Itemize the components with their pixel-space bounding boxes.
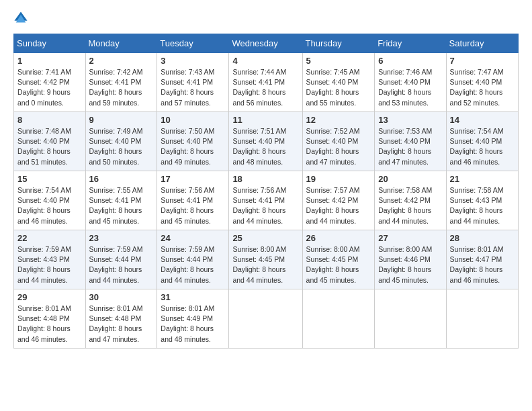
day-cell: 26 Sunrise: 8:00 AMSunset: 4:45 PMDaylig… [302, 230, 375, 289]
day-number: 5 [306, 56, 371, 66]
day-cell: 17 Sunrise: 7:56 AMSunset: 4:41 PMDaylig… [157, 171, 229, 230]
day-cell: 31 Sunrise: 8:01 AMSunset: 4:49 PMDaylig… [157, 289, 229, 349]
cell-content: Sunrise: 7:48 AMSunset: 4:40 PMDaylight:… [17, 127, 71, 166]
cell-content: Sunrise: 7:56 AMSunset: 4:41 PMDaylight:… [232, 186, 286, 225]
day-cell: 11 Sunrise: 7:51 AMSunset: 4:40 PMDaylig… [229, 112, 302, 171]
cell-content: Sunrise: 7:57 AMSunset: 4:42 PMDaylight:… [306, 186, 360, 225]
day-cell: 6 Sunrise: 7:46 AMSunset: 4:40 PMDayligh… [375, 53, 446, 112]
day-cell: 2 Sunrise: 7:42 AMSunset: 4:41 PMDayligh… [85, 53, 157, 112]
day-number: 3 [161, 56, 225, 66]
day-number: 13 [378, 115, 442, 125]
day-number: 25 [232, 233, 298, 243]
day-cell: 18 Sunrise: 7:56 AMSunset: 4:41 PMDaylig… [229, 171, 302, 230]
day-number: 7 [450, 56, 515, 66]
day-number: 14 [450, 115, 515, 125]
day-cell: 10 Sunrise: 7:50 AMSunset: 4:40 PMDaylig… [157, 112, 229, 171]
cell-content: Sunrise: 7:43 AMSunset: 4:41 PMDaylight:… [161, 68, 214, 107]
day-number: 23 [89, 233, 154, 243]
day-number: 24 [161, 233, 225, 243]
day-number: 22 [17, 233, 82, 243]
logo [13, 11, 31, 26]
weekday-header-saturday: Saturday [446, 34, 518, 53]
day-number: 17 [161, 174, 225, 184]
day-number: 27 [378, 233, 442, 243]
weekday-header-tuesday: Tuesday [157, 34, 229, 53]
day-number: 10 [161, 115, 225, 125]
day-cell [446, 289, 518, 349]
day-number: 15 [17, 174, 82, 184]
cell-content: Sunrise: 8:01 AMSunset: 4:49 PMDaylight:… [161, 304, 214, 343]
cell-content: Sunrise: 7:54 AMSunset: 4:40 PMDaylight:… [450, 127, 504, 166]
day-cell: 24 Sunrise: 7:59 AMSunset: 4:44 PMDaylig… [157, 230, 229, 289]
cell-content: Sunrise: 7:41 AMSunset: 4:42 PMDaylight:… [17, 68, 71, 107]
week-row-3: 15 Sunrise: 7:54 AMSunset: 4:40 PMDaylig… [14, 171, 519, 230]
day-cell: 21 Sunrise: 7:58 AMSunset: 4:43 PMDaylig… [446, 171, 518, 230]
day-cell: 25 Sunrise: 8:00 AMSunset: 4:45 PMDaylig… [229, 230, 302, 289]
week-row-1: 1 Sunrise: 7:41 AMSunset: 4:42 PMDayligh… [14, 53, 519, 112]
day-cell: 3 Sunrise: 7:43 AMSunset: 4:41 PMDayligh… [157, 53, 229, 112]
day-cell: 15 Sunrise: 7:54 AMSunset: 4:40 PMDaylig… [14, 171, 86, 230]
day-number: 21 [450, 174, 515, 184]
day-number: 16 [89, 174, 154, 184]
day-number: 29 [17, 292, 82, 302]
week-row-4: 22 Sunrise: 7:59 AMSunset: 4:43 PMDaylig… [14, 230, 519, 289]
day-cell: 8 Sunrise: 7:48 AMSunset: 4:40 PMDayligh… [14, 112, 86, 171]
day-number: 26 [306, 233, 371, 243]
day-cell: 19 Sunrise: 7:57 AMSunset: 4:42 PMDaylig… [302, 171, 375, 230]
day-cell: 5 Sunrise: 7:45 AMSunset: 4:40 PMDayligh… [302, 53, 375, 112]
day-number: 9 [89, 115, 154, 125]
cell-content: Sunrise: 8:00 AMSunset: 4:46 PMDaylight:… [378, 245, 432, 284]
cell-content: Sunrise: 7:59 AMSunset: 4:44 PMDaylight:… [89, 245, 143, 284]
calendar-table: SundayMondayTuesdayWednesdayThursdayFrid… [13, 34, 519, 349]
day-number: 12 [306, 115, 371, 125]
day-cell: 29 Sunrise: 8:01 AMSunset: 4:48 PMDaylig… [14, 289, 86, 349]
day-number: 20 [378, 174, 442, 184]
day-cell [229, 289, 302, 349]
cell-content: Sunrise: 8:01 AMSunset: 4:48 PMDaylight:… [17, 304, 71, 343]
day-cell: 4 Sunrise: 7:44 AMSunset: 4:41 PMDayligh… [229, 53, 302, 112]
day-cell: 30 Sunrise: 8:01 AMSunset: 4:48 PMDaylig… [85, 289, 157, 349]
cell-content: Sunrise: 8:00 AMSunset: 4:45 PMDaylight:… [232, 245, 286, 284]
logo-icon [13, 11, 28, 26]
cell-content: Sunrise: 7:47 AMSunset: 4:40 PMDaylight:… [450, 68, 504, 107]
cell-content: Sunrise: 7:58 AMSunset: 4:42 PMDaylight:… [378, 186, 432, 225]
weekday-header-thursday: Thursday [302, 34, 375, 53]
cell-content: Sunrise: 7:44 AMSunset: 4:41 PMDaylight:… [232, 68, 286, 107]
cell-content: Sunrise: 7:59 AMSunset: 4:44 PMDaylight:… [161, 245, 214, 284]
day-number: 31 [161, 292, 225, 302]
cell-content: Sunrise: 8:01 AMSunset: 4:48 PMDaylight:… [89, 304, 143, 343]
weekday-header-wednesday: Wednesday [229, 34, 302, 53]
cell-content: Sunrise: 7:42 AMSunset: 4:41 PMDaylight:… [89, 68, 143, 107]
cell-content: Sunrise: 7:53 AMSunset: 4:40 PMDaylight:… [378, 127, 432, 166]
weekday-header-row: SundayMondayTuesdayWednesdayThursdayFrid… [14, 34, 519, 53]
cell-content: Sunrise: 7:49 AMSunset: 4:40 PMDaylight:… [89, 127, 143, 166]
cell-content: Sunrise: 7:56 AMSunset: 4:41 PMDaylight:… [161, 186, 214, 225]
day-cell: 16 Sunrise: 7:55 AMSunset: 4:41 PMDaylig… [85, 171, 157, 230]
day-number: 6 [378, 56, 442, 66]
day-cell: 13 Sunrise: 7:53 AMSunset: 4:40 PMDaylig… [375, 112, 446, 171]
cell-content: Sunrise: 7:50 AMSunset: 4:40 PMDaylight:… [161, 127, 214, 166]
day-cell: 20 Sunrise: 7:58 AMSunset: 4:42 PMDaylig… [375, 171, 446, 230]
day-number: 30 [89, 292, 154, 302]
day-number: 1 [17, 56, 82, 66]
day-number: 18 [232, 174, 298, 184]
week-row-2: 8 Sunrise: 7:48 AMSunset: 4:40 PMDayligh… [14, 112, 519, 171]
cell-content: Sunrise: 7:58 AMSunset: 4:43 PMDaylight:… [450, 186, 504, 225]
day-cell: 7 Sunrise: 7:47 AMSunset: 4:40 PMDayligh… [446, 53, 518, 112]
cell-content: Sunrise: 7:52 AMSunset: 4:40 PMDaylight:… [306, 127, 360, 166]
day-number: 8 [17, 115, 82, 125]
day-cell [375, 289, 446, 349]
day-cell [302, 289, 375, 349]
day-number: 19 [306, 174, 371, 184]
day-cell: 23 Sunrise: 7:59 AMSunset: 4:44 PMDaylig… [85, 230, 157, 289]
day-cell: 9 Sunrise: 7:49 AMSunset: 4:40 PMDayligh… [85, 112, 157, 171]
header [13, 11, 519, 26]
cell-content: Sunrise: 7:54 AMSunset: 4:40 PMDaylight:… [17, 186, 71, 225]
cell-content: Sunrise: 7:55 AMSunset: 4:41 PMDaylight:… [89, 186, 143, 225]
day-cell: 1 Sunrise: 7:41 AMSunset: 4:42 PMDayligh… [14, 53, 86, 112]
day-cell: 12 Sunrise: 7:52 AMSunset: 4:40 PMDaylig… [302, 112, 375, 171]
cell-content: Sunrise: 7:59 AMSunset: 4:43 PMDaylight:… [17, 245, 71, 284]
weekday-header-friday: Friday [375, 34, 446, 53]
day-cell: 14 Sunrise: 7:54 AMSunset: 4:40 PMDaylig… [446, 112, 518, 171]
day-cell: 28 Sunrise: 8:01 AMSunset: 4:47 PMDaylig… [446, 230, 518, 289]
